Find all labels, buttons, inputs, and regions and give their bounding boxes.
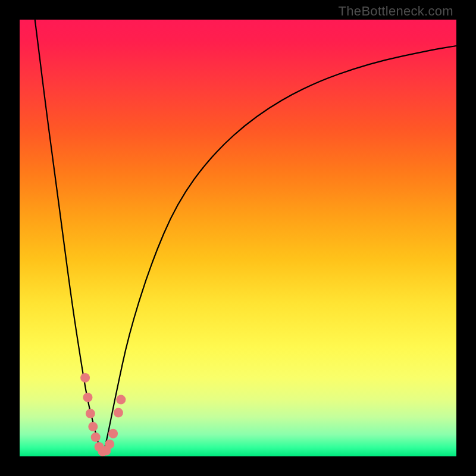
bottleneck-curve-left	[35, 20, 103, 456]
marker-dot	[105, 439, 114, 449]
chart-frame: { "watermark": "TheBottleneck.com", "cha…	[0, 0, 476, 476]
watermark-label: TheBottleneck.com	[339, 4, 453, 19]
curve-layer	[20, 20, 456, 456]
marker-dot	[114, 408, 123, 418]
marker-dot	[88, 422, 98, 431]
marker-group	[80, 373, 126, 456]
bottleneck-curve-right	[103, 46, 457, 456]
marker-dot	[86, 409, 95, 418]
marker-dot	[116, 395, 126, 405]
marker-dot	[83, 393, 93, 402]
marker-dot	[108, 429, 118, 439]
marker-dot	[91, 433, 101, 442]
marker-dot	[80, 373, 90, 383]
